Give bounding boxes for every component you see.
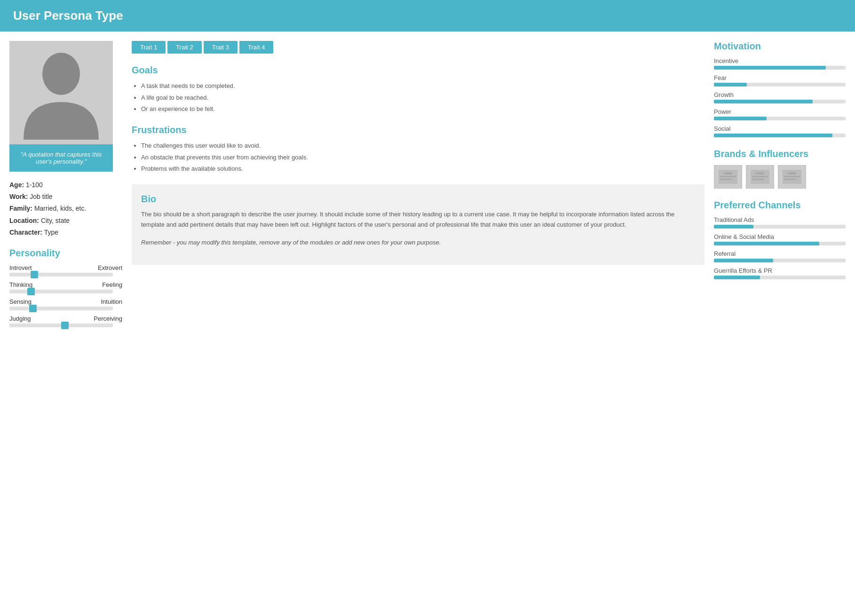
goal-item-1: A life goal to be reached. (141, 92, 705, 104)
left-column: "A quotation that captures this user's p… (9, 41, 122, 332)
motivation-social: Social (714, 125, 846, 137)
character-row: Character: Type (9, 227, 122, 238)
extrovert-label: Extrovert (98, 264, 122, 271)
brand-icon-1: FAKE (748, 167, 772, 186)
growth-bar (714, 100, 813, 103)
frustrations-title: Frustrations (132, 125, 705, 135)
incentive-track (714, 66, 846, 70)
motivation-fear: Fear (714, 74, 846, 87)
brand-icon-0: FAKE (716, 167, 740, 186)
frustration-item-2: Problems with the available solutions. (141, 163, 705, 175)
location-value: City, state (41, 217, 70, 224)
page-header: User Persona Type (0, 0, 855, 32)
goal-item-2: Or an experience to be felt. (141, 103, 705, 115)
personality-track-3 (9, 324, 113, 327)
sensing-label: Sensing (9, 298, 32, 305)
frustration-item-0: The challenges this user would like to a… (141, 140, 705, 152)
family-label: Family: (9, 205, 32, 212)
brand-image-1: FAKE (746, 165, 774, 189)
age-label: Age: (9, 181, 24, 189)
fear-track (714, 83, 846, 87)
traditional-track (714, 225, 846, 229)
frustrations-section: Frustrations The challenges this user wo… (132, 125, 705, 175)
location-row: Location: City, state (9, 215, 122, 227)
personality-track-2 (9, 307, 113, 310)
brands-images: FAKE FAKE (714, 165, 846, 189)
online-label: Online & Social Media (714, 233, 846, 240)
personality-indicator-0 (31, 271, 38, 278)
motivation-incentive: Incentive (714, 57, 846, 70)
brand-icon-2: FAKE (780, 167, 804, 186)
svg-rect-9 (752, 176, 768, 177)
bio-note: Remember - you may modify this template,… (141, 237, 695, 248)
referral-label: Referral (714, 250, 846, 257)
quote-text: "A quotation that captures this user's p… (21, 151, 102, 165)
work-label: Work: (9, 193, 28, 200)
intuition-label: Intuition (101, 298, 122, 305)
avatar-silhouette (24, 46, 99, 140)
personality-track-0 (9, 273, 113, 276)
svg-rect-4 (720, 176, 736, 177)
traditional-bar (714, 225, 753, 229)
online-bar (714, 242, 819, 245)
personality-track-1 (9, 290, 113, 293)
svg-rect-14 (784, 176, 800, 177)
channels-section: Preferred Channels Traditional Ads Onlin… (714, 200, 846, 279)
brand-image-0: FAKE (714, 165, 742, 189)
personality-judging-perceiving: Judging Perceiving (9, 315, 122, 327)
judging-label: Judging (9, 315, 31, 322)
guerrilla-bar (714, 276, 760, 279)
work-row: Work: Job title (9, 191, 122, 203)
growth-track (714, 100, 846, 103)
guerrilla-label: Guerrilla Efforts & PR (714, 267, 846, 274)
page-title: User Persona Type (13, 8, 842, 23)
incentive-bar (714, 66, 826, 70)
svg-point-0 (42, 53, 80, 95)
fear-bar (714, 83, 747, 87)
family-row: Family: Married, kids, etc. (9, 203, 122, 214)
trait-tab-1[interactable]: Trait 2 (167, 41, 201, 54)
brand-image-2: FAKE (778, 165, 806, 189)
trait-tab-3[interactable]: Trait 4 (239, 41, 273, 54)
goals-title: Goals (132, 65, 705, 76)
bio-title: Bio (141, 194, 695, 205)
brands-section: Brands & Influencers FAKE FAKE (714, 149, 846, 189)
trait-tab-0[interactable]: Trait 1 (132, 41, 166, 54)
svg-rect-10 (752, 179, 764, 180)
goals-section: Goals A task that needs to be completed.… (132, 65, 705, 115)
power-track (714, 117, 846, 120)
power-label: Power (714, 108, 846, 115)
location-label: Location: (9, 217, 39, 224)
svg-text:FAKE: FAKE (724, 172, 732, 175)
svg-rect-5 (720, 179, 732, 180)
feeling-label: Feeling (102, 281, 122, 288)
social-track (714, 134, 846, 137)
svg-text:FAKE: FAKE (788, 172, 796, 175)
trait-tabs: Trait 1 Trait 2 Trait 3 Trait 4 (132, 41, 705, 54)
trait-tab-2[interactable]: Trait 3 (204, 41, 238, 54)
power-bar (714, 117, 767, 120)
fear-label: Fear (714, 74, 846, 81)
growth-label: Growth (714, 91, 846, 98)
quote-box: "A quotation that captures this user's p… (9, 144, 113, 172)
motivation-section: Motivation Incentive Fear Growth (714, 41, 846, 137)
channel-guerrilla: Guerrilla Efforts & PR (714, 267, 846, 279)
goals-list: A task that needs to be completed. A lif… (132, 80, 705, 115)
work-value: Job title (30, 193, 52, 200)
right-column: Motivation Incentive Fear Growth (714, 41, 846, 332)
family-value: Married, kids, etc. (34, 205, 86, 212)
referral-bar (714, 259, 773, 262)
character-value: Type (44, 229, 58, 236)
main-layout: "A quotation that captures this user's p… (0, 32, 855, 341)
social-label: Social (714, 125, 846, 132)
brands-title: Brands & Influencers (714, 149, 846, 159)
personality-thinking-feeling: Thinking Feeling (9, 281, 122, 293)
motivation-power: Power (714, 108, 846, 120)
goal-item-0: A task that needs to be completed. (141, 80, 705, 92)
perceiving-label: Perceiving (94, 315, 122, 322)
bio-section: Bio The bio should be a short paragraph … (132, 184, 705, 265)
personality-section: Personality Introvert Extrovert Thinking… (9, 248, 122, 327)
guerrilla-track (714, 276, 846, 279)
bio-text: The bio should be a short paragraph to d… (141, 209, 695, 230)
channels-title: Preferred Channels (714, 200, 846, 211)
